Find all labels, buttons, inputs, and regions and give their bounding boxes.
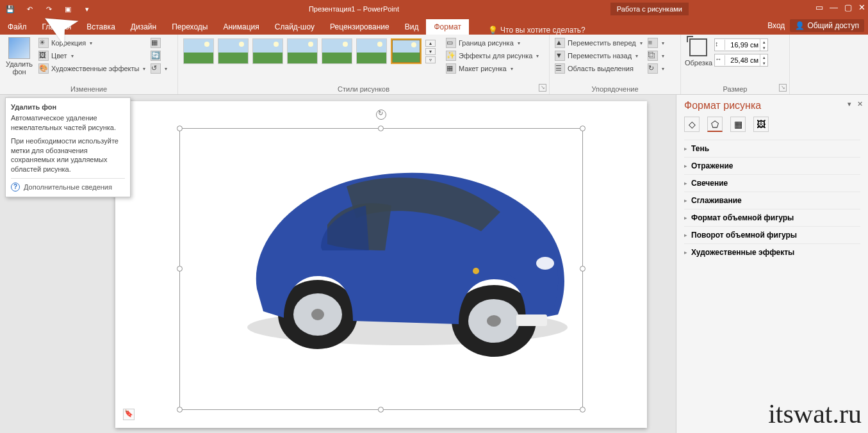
- tab-format[interactable]: Формат: [426, 19, 469, 35]
- picture-layout-button[interactable]: ▦Макет рисунка: [445, 63, 540, 74]
- help-icon: ?: [11, 183, 20, 192]
- tell-me-search[interactable]: 💡 Что вы хотите сделать?: [488, 26, 585, 35]
- width-field[interactable]: [725, 56, 760, 64]
- style-thumb[interactable]: [322, 38, 352, 64]
- gallery-more: ▴ ▾ ▿: [425, 40, 436, 63]
- sign-in-link[interactable]: Вход: [767, 21, 785, 30]
- artistic-effects-button[interactable]: 🎨Художественные эффекты: [37, 63, 147, 74]
- resize-handle[interactable]: [177, 126, 183, 131]
- accordion-3d-format[interactable]: Формат объемной фигуры: [684, 209, 860, 226]
- save-icon[interactable]: 💾: [4, 3, 17, 15]
- car-image[interactable]: [225, 122, 584, 366]
- height-input[interactable]: ↕ ▴▾: [714, 38, 768, 51]
- minimize-icon[interactable]: —: [830, 3, 838, 12]
- group-objects-button[interactable]: ⿻: [646, 50, 666, 61]
- title-bar: 💾 ↶ ↷ ▣ ▾ Презентация1 – PowerPoint Рабо…: [0, 0, 868, 18]
- group-label-size: Размер: [685, 85, 785, 94]
- tab-slideshow[interactable]: Слайд-шоу: [267, 19, 322, 35]
- ribbon: Удалить фон ☀Коррекция 🖼Цвет 🎨Художестве…: [0, 35, 868, 95]
- pane-options[interactable]: ▾ ✕: [848, 100, 863, 108]
- align-button[interactable]: ≡: [646, 37, 666, 49]
- group-icon: ⿻: [648, 51, 658, 61]
- style-thumb[interactable]: [356, 38, 387, 64]
- group-picture-styles: ▴ ▾ ▿ ▭Граница рисунка ✨Эффекты для рису…: [178, 35, 550, 94]
- width-icon: ↔: [715, 55, 725, 65]
- resize-handle[interactable]: [378, 407, 384, 413]
- style-thumb[interactable]: [287, 38, 318, 64]
- tab-transitions[interactable]: Переходы: [164, 19, 215, 35]
- spin-up-icon[interactable]: ▴: [760, 54, 767, 60]
- rotate-button[interactable]: ↻: [646, 63, 666, 74]
- tooltip-more-link[interactable]: ? Дополнительные сведения: [11, 178, 125, 192]
- spin-down-icon[interactable]: ▾: [760, 60, 767, 66]
- compress-pictures-button[interactable]: ▦: [149, 37, 168, 49]
- accordion-3d-rotation[interactable]: Поворот объемной фигуры: [684, 226, 860, 243]
- group-arrange: ▲Переместить вперед ▼Переместить назад ☰…: [550, 35, 681, 94]
- width-input[interactable]: ↔ ▴▾: [714, 54, 768, 67]
- change-picture-button[interactable]: 🔄: [149, 50, 168, 61]
- crop-button[interactable]: Обрезка: [685, 36, 712, 67]
- close-icon[interactable]: ✕: [858, 3, 865, 12]
- height-field[interactable]: [725, 41, 760, 49]
- tab-design[interactable]: Дизайн: [123, 19, 164, 35]
- tab-insert[interactable]: Вставка: [79, 19, 123, 35]
- accordion-artistic[interactable]: Художественные эффекты: [684, 243, 860, 261]
- gallery-row-down-icon[interactable]: ▾: [425, 48, 436, 55]
- maximize-icon[interactable]: ▢: [844, 3, 852, 12]
- style-thumb[interactable]: [391, 38, 422, 64]
- share-label: Общий доступ: [807, 21, 859, 30]
- tab-view[interactable]: Вид: [397, 19, 427, 35]
- undo-icon[interactable]: ↶: [23, 3, 36, 15]
- picture-style-gallery[interactable]: ▴ ▾ ▿: [182, 36, 437, 67]
- reset-picture-button[interactable]: ↺: [149, 63, 168, 74]
- tooltip-title: Удалить фон: [11, 103, 125, 111]
- svg-rect-8: [516, 315, 547, 326]
- tab-animations[interactable]: Анимация: [215, 19, 266, 35]
- picture-effects-button[interactable]: ✨Эффекты для рисунка: [445, 50, 540, 61]
- slide-notes-icon[interactable]: 🔖: [123, 409, 135, 420]
- tab-file[interactable]: Файл: [0, 19, 35, 35]
- tab-picture-icon[interactable]: 🖼: [753, 117, 769, 132]
- resize-handle[interactable]: [177, 407, 183, 413]
- layout-icon: ▦: [446, 63, 456, 74]
- selection-pane-button[interactable]: ☰Область выделения: [553, 63, 644, 74]
- accordion-reflection[interactable]: Отражение: [684, 157, 860, 174]
- send-backward-button[interactable]: ▼Переместить назад: [553, 50, 644, 61]
- accordion-glow[interactable]: Свечение: [684, 174, 860, 192]
- tooltip-text: При необходимости используйте метки для …: [11, 136, 125, 174]
- size-dialog-launcher[interactable]: ↘: [779, 84, 787, 92]
- accordion-shadow[interactable]: Тень: [684, 140, 860, 157]
- style-thumb[interactable]: [252, 38, 283, 64]
- ribbon-options-icon[interactable]: ▭: [815, 3, 823, 12]
- group-size: Обрезка ↕ ▴▾ ↔ ▴▾ Размер ↘: [681, 35, 790, 94]
- svg-point-7: [536, 257, 554, 270]
- slide[interactable]: 🔖: [115, 101, 647, 428]
- gallery-expand-icon[interactable]: ▿: [425, 56, 436, 63]
- style-thumb[interactable]: [183, 38, 214, 64]
- rotate-icon: ↻: [648, 63, 658, 74]
- resize-handle[interactable]: [580, 407, 585, 413]
- bring-forward-button[interactable]: ▲Переместить вперед: [553, 37, 644, 49]
- tab-effects-icon[interactable]: ⬠: [707, 117, 723, 132]
- watermark-text: itswat.ru: [768, 398, 862, 429]
- tab-fill-icon[interactable]: ◇: [684, 117, 700, 132]
- style-thumb[interactable]: [218, 38, 249, 64]
- tab-review[interactable]: Рецензирование: [322, 19, 397, 35]
- window-controls: ▭ — ▢ ✕: [815, 3, 865, 12]
- spin-down-icon[interactable]: ▾: [760, 45, 767, 51]
- styles-dialog-launcher[interactable]: ↘: [539, 84, 546, 92]
- image-selection[interactable]: [179, 128, 583, 410]
- tab-size-icon[interactable]: ▦: [730, 117, 746, 132]
- share-button[interactable]: 👤 Общий доступ: [790, 19, 864, 32]
- spin-up-icon[interactable]: ▴: [760, 39, 767, 45]
- send-backward-icon: ▼: [555, 51, 565, 61]
- reset-icon: ↺: [151, 63, 161, 74]
- rotation-handle[interactable]: [376, 110, 386, 120]
- accordion-soft-edges[interactable]: Сглаживание: [684, 192, 860, 209]
- picture-border-button[interactable]: ▭Граница рисунка: [445, 37, 540, 49]
- gallery-row-up-icon[interactable]: ▴: [425, 40, 436, 47]
- artistic-icon: 🎨: [38, 63, 49, 74]
- resize-handle[interactable]: [177, 266, 183, 272]
- remove-background-button[interactable]: Удалить фон: [4, 36, 35, 76]
- remove-background-tooltip: Удалить фон Автоматическое удаление неже…: [5, 97, 131, 197]
